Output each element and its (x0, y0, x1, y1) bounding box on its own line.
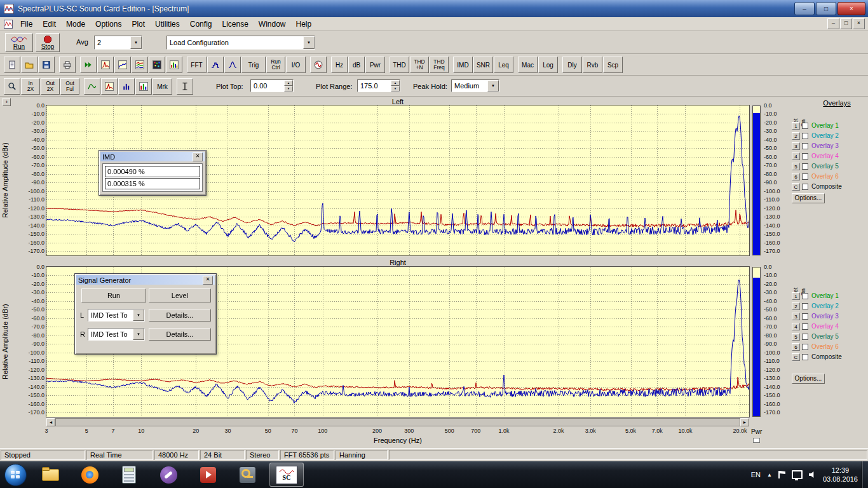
menu-help[interactable]: Help (291, 18, 317, 30)
imd-window-titlebar[interactable]: IMD ✕ (100, 152, 205, 161)
overlay-set-button-2[interactable]: 2 (792, 132, 800, 140)
print-button[interactable] (59, 57, 76, 73)
run-button[interactable]: Run (5, 33, 33, 52)
taskbar-firefox-button[interactable] (72, 463, 107, 487)
color-bars-button[interactable] (135, 78, 152, 95)
overlay-set-button-5[interactable]: 5 (792, 163, 800, 170)
overlay-on-checkbox-3[interactable] (802, 143, 808, 149)
child-restore-button[interactable]: □ (840, 18, 852, 29)
title-bar[interactable]: SpectraPLUS-SC Sound Card Edition - [Spe… (0, 0, 868, 17)
open-file-button[interactable] (21, 57, 37, 73)
overlay-on-checkbox-c[interactable] (802, 354, 808, 360)
plot-range-down-icon[interactable]: ▾ (391, 86, 400, 92)
avg-dropdown-arrow-icon[interactable]: ▼ (130, 36, 142, 49)
taskbar-explorer-button[interactable] (33, 463, 67, 487)
close-button[interactable]: × (837, 2, 865, 15)
menu-utilities[interactable]: Utilities (150, 18, 185, 30)
log-button[interactable]: Log (538, 57, 558, 73)
menu-options[interactable]: Options (90, 18, 126, 30)
thd-button[interactable]: THD (390, 57, 409, 73)
overlay-set-button-4[interactable]: 4 (792, 323, 800, 330)
menu-license[interactable]: License (217, 18, 253, 30)
signal-generator-close-icon[interactable]: ✕ (203, 276, 213, 285)
imd-window[interactable]: IMD ✕ 0.000490 % 0.000315 % (98, 150, 207, 196)
generator-left-select[interactable]: IMD Test To ▼ (88, 309, 145, 322)
taskbar-keys-app-button[interactable] (230, 463, 264, 487)
marker-button[interactable]: Mrk (153, 78, 172, 95)
plot-scroll-left-button[interactable]: ◄ (46, 418, 55, 426)
generator-right-details-button[interactable]: Details... (149, 328, 211, 341)
plot-top-spinner[interactable]: 0.00 ▴▾ (250, 79, 294, 92)
macro-button[interactable]: Mac (518, 57, 538, 73)
imd-close-icon[interactable]: ✕ (193, 152, 203, 161)
child-minimize-button[interactable]: – (827, 18, 839, 29)
octave-view-button[interactable] (207, 57, 224, 73)
overlay-set-button-6[interactable]: 6 (792, 173, 800, 180)
plot-range-spinner[interactable]: 175.0 ▴▾ (357, 79, 400, 92)
overlay-set-button-6[interactable]: 6 (792, 343, 800, 351)
new-file-button[interactable] (4, 57, 20, 73)
generator-left-details-button[interactable]: Details... (149, 309, 211, 322)
overlay-on-checkbox-6[interactable] (802, 173, 808, 180)
overlay-set-button-c[interactable]: C (792, 353, 800, 361)
generator-right-dropdown-arrow-icon[interactable]: ▼ (133, 329, 144, 340)
pwr-units-button[interactable]: Pwr (365, 57, 385, 73)
overlay-on-checkbox-3[interactable] (802, 313, 808, 320)
display-icon[interactable] (792, 470, 803, 479)
menu-config[interactable]: Config (185, 18, 217, 30)
overlay-on-checkbox-5[interactable] (802, 334, 808, 340)
overlay-set-button-3[interactable]: 3 (792, 313, 800, 320)
snr-button[interactable]: SNR (473, 57, 493, 73)
maximize-button[interactable]: □ (816, 2, 836, 15)
menu-edit[interactable]: Edit (37, 18, 61, 30)
overlay-set-button-1[interactable]: 1 (792, 122, 800, 130)
child-close-button[interactable]: × (853, 18, 865, 29)
run-control-button[interactable]: RunCtrl (266, 57, 285, 73)
fft-settings-button[interactable]: FFT (187, 57, 207, 73)
thd-freq-button[interactable]: THDFreq (430, 57, 449, 73)
overlay-on-checkbox-2[interactable] (802, 133, 808, 139)
zoom-in-2x-button[interactable]: In2X (21, 78, 40, 95)
overlay-set-button-2[interactable]: 2 (792, 302, 800, 310)
overlay-on-checkbox-1[interactable] (802, 293, 808, 299)
overlay-on-checkbox-4[interactable] (802, 323, 808, 330)
plot-scrollbar-track[interactable] (55, 418, 740, 426)
delay-button[interactable]: Dly (562, 57, 582, 73)
show-desktop-button[interactable] (862, 461, 868, 488)
menu-file[interactable]: File (15, 18, 37, 30)
avg-select[interactable]: 2 ▼ (94, 36, 142, 50)
overlay-set-button-1[interactable]: 1 (792, 292, 800, 300)
taskbar-media-app-button[interactable] (191, 463, 225, 487)
plot-range-up-icon[interactable]: ▴ (391, 80, 400, 86)
bar-display-button[interactable] (118, 78, 135, 95)
reverb-button[interactable]: Rvb (583, 57, 602, 73)
overlay-options-button-2[interactable]: Options... (792, 374, 825, 384)
language-indicator[interactable]: EN (751, 471, 761, 478)
meter-pwr-box[interactable] (753, 438, 760, 443)
hz-units-button[interactable]: Hz (331, 57, 348, 73)
overlay-on-checkbox-2[interactable] (802, 303, 808, 309)
overlay-on-checkbox-5[interactable] (802, 163, 808, 170)
plot-top-up-icon[interactable]: ▴ (284, 80, 293, 86)
overlay-set-button-3[interactable]: 3 (792, 142, 800, 150)
hidden-icons-chevron-icon[interactable]: ▲ (767, 472, 772, 478)
menu-mode[interactable]: Mode (61, 18, 90, 30)
weighting-curve-button[interactable] (84, 78, 100, 95)
action-center-flag-icon[interactable] (778, 471, 785, 478)
leq-button[interactable]: Leq (494, 57, 513, 73)
overlay-on-checkbox-c[interactable] (802, 184, 808, 190)
overlay-set-button-4[interactable]: 4 (792, 152, 800, 160)
load-configuration-select[interactable]: Load Configuration ▼ (166, 36, 315, 50)
trigger-button[interactable]: Trig (241, 57, 266, 73)
overlay-on-checkbox-4[interactable] (802, 153, 808, 159)
weighting-button[interactable] (224, 57, 241, 73)
playback-button[interactable] (80, 57, 97, 73)
menu-plot[interactable]: Plot (126, 18, 150, 30)
minimize-button[interactable]: – (794, 2, 815, 15)
spectrogram-view-button[interactable] (149, 57, 165, 73)
start-button[interactable] (0, 461, 31, 488)
menu-window[interactable]: Window (254, 18, 291, 30)
overlay-on-checkbox-1[interactable] (802, 123, 808, 129)
db-units-button[interactable]: dB (348, 57, 365, 73)
zoom-button[interactable] (4, 78, 20, 95)
